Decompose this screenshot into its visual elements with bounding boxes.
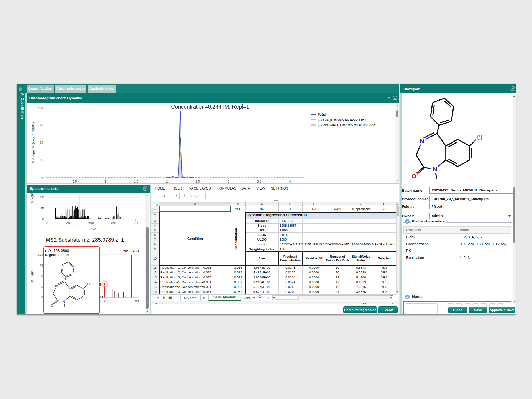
svg-text:285.0763: 285.0763 bbox=[123, 249, 139, 253]
svg-text:0: 0 bbox=[46, 221, 47, 224]
svg-text:50: 50 bbox=[39, 274, 43, 278]
svg-text:Total: Total bbox=[318, 112, 326, 116]
svg-text:O: O bbox=[50, 303, 53, 308]
svg-text:25: 25 bbox=[39, 158, 43, 162]
svg-text:300: 300 bbox=[133, 300, 139, 303]
svg-text:75: 75 bbox=[39, 124, 43, 127]
svg-text:75: 75 bbox=[39, 264, 43, 267]
svg-text:[–C2H3ClNO]+ MSMS MZ=193.0886: [–C2H3ClNO]+ MSMS MZ=193.0886 bbox=[318, 123, 375, 127]
svg-text:2: 2 bbox=[166, 180, 168, 183]
svg-text:MS Signal % (max. 1.72E02): MS Signal % (max. 1.72E02) bbox=[32, 122, 35, 163]
svg-text:O: O bbox=[411, 173, 416, 180]
svg-text:100: 100 bbox=[38, 106, 43, 110]
svg-text:N: N bbox=[62, 300, 65, 304]
svg-text:0: 0 bbox=[42, 218, 44, 221]
svg-text:m/z: m/z bbox=[90, 227, 96, 231]
svg-text:1000: 1000 bbox=[132, 221, 139, 224]
svg-text:3: 3 bbox=[227, 180, 229, 183]
svg-text:0: 0 bbox=[41, 176, 43, 179]
svg-text:1.5: 1.5 bbox=[134, 180, 138, 183]
svg-text:750: 750 bbox=[111, 221, 116, 224]
svg-text:50: 50 bbox=[40, 196, 44, 199]
svg-text:2.5: 2.5 bbox=[195, 180, 200, 183]
svg-text:N: N bbox=[55, 284, 58, 288]
svg-text:Cl: Cl bbox=[87, 282, 90, 286]
svg-text:Cl: Cl bbox=[476, 134, 482, 141]
svg-text:% Signal: % Signal bbox=[30, 270, 34, 282]
svg-text:50: 50 bbox=[39, 141, 43, 144]
svg-text:Concentration=0.244nM, Repl=1: Concentration=0.244nM, Repl=1 bbox=[171, 104, 249, 110]
svg-text:25: 25 bbox=[39, 285, 43, 288]
svg-text:N: N bbox=[420, 138, 424, 145]
svg-text:100: 100 bbox=[38, 253, 43, 256]
svg-text:200: 200 bbox=[104, 300, 109, 303]
svg-text:1: 1 bbox=[104, 180, 106, 183]
svg-text:% Signal: % Signal bbox=[30, 193, 34, 204]
svg-text:MS2 Substrate mz: 285.0789 z:: MS2 Substrate mz: 285.0789 z: 1 bbox=[46, 237, 124, 243]
svg-text:N: N bbox=[433, 166, 437, 173]
svg-text:4: 4 bbox=[289, 180, 291, 183]
svg-text:3.5: 3.5 bbox=[257, 180, 261, 183]
svg-text:25: 25 bbox=[40, 207, 44, 210]
svg-text:[–CClO]+ MSMS MZ=222.1151: [–CClO]+ MSMS MZ=222.1151 bbox=[318, 118, 366, 122]
svg-text:250: 250 bbox=[66, 221, 71, 224]
svg-text:0: 0 bbox=[41, 296, 43, 299]
svg-text:500: 500 bbox=[88, 221, 94, 224]
svg-text:0.5: 0.5 bbox=[72, 180, 77, 183]
